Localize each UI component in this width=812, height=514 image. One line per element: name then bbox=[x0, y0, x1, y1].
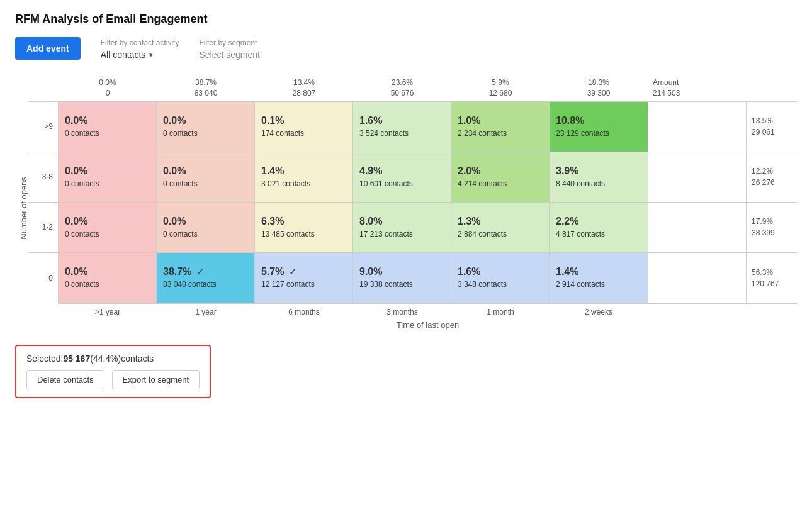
amount-cell: 17.9%38 399 bbox=[747, 203, 797, 253]
delete-contacts-button[interactable]: Delete contacts bbox=[26, 370, 104, 389]
grid-cell[interactable]: 1.0%2 234 contacts bbox=[451, 102, 550, 152]
cell-pct: 4.9% bbox=[359, 165, 444, 177]
grid-cell[interactable]: 2.0%4 214 contacts bbox=[451, 152, 550, 202]
selection-footer: Selected:95 167(44.4%)contacts Delete co… bbox=[15, 345, 211, 398]
cell-contacts: 3 524 contacts bbox=[359, 129, 444, 138]
x-axis-labels: >1 year1 year6 months3 months1 month2 we… bbox=[59, 303, 797, 316]
grid-cell[interactable]: 1.3%2 884 contacts bbox=[451, 203, 550, 252]
cell-pct: 10.8% bbox=[556, 115, 641, 126]
grid-cell[interactable]: 4.9%10 601 contacts bbox=[353, 152, 451, 202]
row-labels: >93-81-20 bbox=[28, 102, 59, 303]
cell-contacts: 13 485 contacts bbox=[261, 230, 346, 238]
grid-cell[interactable]: 2.2%4 817 contacts bbox=[550, 203, 648, 252]
grid-cell[interactable]: 9.0%19 338 contacts bbox=[353, 253, 451, 303]
cell-pct: 1.3% bbox=[458, 216, 543, 227]
grid-cell[interactable]: 0.0%0 contacts bbox=[59, 203, 157, 252]
cell-contacts: 4 817 contacts bbox=[556, 230, 641, 238]
x-axis-cell: 1 year bbox=[157, 304, 255, 316]
cell-contacts: 0 contacts bbox=[65, 230, 150, 238]
filter-segment-select[interactable]: Select segment bbox=[199, 50, 260, 60]
cell-contacts: 0 contacts bbox=[65, 280, 150, 289]
grid-cell[interactable]: 1.6%3 348 contacts bbox=[451, 253, 550, 303]
cell-contacts: 4 214 contacts bbox=[458, 179, 543, 188]
cell-pct: 38.7% ✓ bbox=[163, 266, 248, 277]
col-header: 13.4%28 807 bbox=[255, 77, 353, 101]
cell-contacts: 10 601 contacts bbox=[359, 179, 444, 188]
grid-cell[interactable]: 8.0%17 213 contacts bbox=[353, 203, 451, 252]
grid-cell[interactable]: 1.4%2 914 contacts bbox=[550, 253, 648, 303]
cell-pct: 1.0% bbox=[458, 115, 543, 126]
cell-pct: 0.0% bbox=[65, 165, 150, 177]
grid-cell[interactable]: 1.4%3 021 contacts bbox=[255, 152, 353, 202]
grid-cell[interactable]: 5.7% ✓12 127 contacts bbox=[255, 253, 353, 303]
x-axis-cell: 3 months bbox=[353, 304, 451, 316]
selection-count: 95 167 bbox=[63, 354, 90, 364]
amount-cell: 13.5%29 061 bbox=[747, 102, 797, 152]
filter-segment-label: Filter by segment bbox=[199, 38, 260, 47]
grid-cell[interactable]: 0.0%0 contacts bbox=[59, 102, 157, 152]
cell-contacts: 2 884 contacts bbox=[458, 230, 543, 238]
x-axis-cell: >1 year bbox=[59, 304, 157, 316]
grid-cell[interactable]: 0.0%0 contacts bbox=[59, 152, 157, 202]
x-axis-cell: 2 weeks bbox=[550, 304, 648, 316]
cell-pct: 0.0% bbox=[65, 115, 150, 126]
matrix-wrapper: Number of opens 0.0%038.7%83 04013.4%28 … bbox=[15, 77, 797, 340]
grid-cell[interactable]: 0.1%174 contacts bbox=[255, 102, 353, 152]
grid-cell[interactable]: 6.3%13 485 contacts bbox=[255, 203, 353, 252]
cell-pct: 1.6% bbox=[359, 115, 444, 126]
matrix-inner: 0.0%038.7%83 04013.4%28 80723.6%50 6765.… bbox=[28, 77, 797, 340]
table-row: 0.0%0 contacts0.0%0 contacts1.4%3 021 co… bbox=[59, 152, 746, 203]
col-header: 0.0%0 bbox=[59, 77, 157, 101]
grid-cell[interactable]: 1.6%3 524 contacts bbox=[353, 102, 451, 152]
cell-pct: 5.7% ✓ bbox=[261, 266, 346, 277]
row-label: 3-8 bbox=[28, 152, 58, 203]
filter-contact-label: Filter by contact activity bbox=[101, 38, 179, 47]
export-to-segment-button[interactable]: Export to segment bbox=[112, 370, 200, 389]
chevron-down-icon: ▾ bbox=[149, 51, 153, 59]
add-event-button[interactable]: Add event bbox=[15, 37, 81, 60]
filter-contact-value: All contacts bbox=[101, 50, 146, 60]
grid-cell[interactable]: 3.9%8 440 contacts bbox=[550, 152, 648, 202]
cell-contacts: 3 021 contacts bbox=[261, 179, 346, 188]
filter-contact-group: Filter by contact activity All contacts … bbox=[101, 38, 179, 60]
cell-pct: 3.9% bbox=[556, 165, 641, 177]
grid-cell[interactable]: 0.0%0 contacts bbox=[59, 253, 157, 303]
x-axis-cell: 1 month bbox=[451, 304, 550, 316]
grid-cell[interactable]: 0.0%0 contacts bbox=[157, 102, 255, 152]
page-title: RFM Analysis of Email Engagement bbox=[15, 13, 797, 26]
cell-pct: 0.0% bbox=[163, 115, 248, 126]
grid-cell[interactable]: 0.0%0 contacts bbox=[157, 152, 255, 202]
cell-contacts: 0 contacts bbox=[163, 179, 248, 188]
cell-pct: 6.3% bbox=[261, 216, 346, 227]
cell-contacts: 3 348 contacts bbox=[458, 280, 543, 289]
col-header: 23.6%50 676 bbox=[353, 77, 451, 101]
cell-contacts: 0 contacts bbox=[163, 230, 248, 238]
grid-body: >93-81-20 0.0%0 contacts0.0%0 contacts0.… bbox=[28, 101, 797, 303]
footer-buttons: Delete contacts Export to segment bbox=[26, 370, 200, 389]
cell-pct: 0.1% bbox=[261, 115, 346, 126]
cell-pct: 0.0% bbox=[163, 165, 248, 177]
cell-pct: 2.0% bbox=[458, 165, 543, 177]
y-axis-label: Number of opens bbox=[15, 177, 28, 240]
grid-cell[interactable]: 38.7% ✓83 040 contacts bbox=[157, 253, 255, 303]
col-headers: 0.0%038.7%83 04013.4%28 80723.6%50 6765.… bbox=[59, 77, 648, 101]
amount-column: 13.5%29 06112.2%26 27617.9%38 39956.3%12… bbox=[746, 102, 797, 303]
col-header: 38.7%83 040 bbox=[157, 77, 255, 101]
filter-contact-dropdown[interactable]: All contacts ▾ bbox=[101, 50, 179, 60]
cell-contacts: 12 127 contacts bbox=[261, 280, 346, 289]
col-header: 5.9%12 680 bbox=[451, 77, 550, 101]
table-row: 0.0%0 contacts0.0%0 contacts6.3%13 485 c… bbox=[59, 203, 746, 253]
x-axis-cell: 6 months bbox=[255, 304, 353, 316]
amount-header: Amount 214 503 bbox=[648, 77, 698, 101]
cell-contacts: 19 338 contacts bbox=[359, 280, 444, 289]
cell-pct: 9.0% bbox=[359, 266, 444, 277]
grid-cell[interactable]: 10.8%23 129 contacts bbox=[550, 102, 648, 152]
cell-contacts: 0 contacts bbox=[65, 129, 150, 138]
selection-pct: (44.4%) bbox=[90, 354, 121, 364]
grid-rows: 0.0%0 contacts0.0%0 contacts0.1%174 cont… bbox=[59, 102, 746, 303]
grid-cell[interactable]: 0.0%0 contacts bbox=[157, 203, 255, 252]
row-label: 1-2 bbox=[28, 203, 58, 253]
check-icon: ✓ bbox=[286, 267, 296, 277]
row-label: >9 bbox=[28, 102, 58, 152]
selection-suffix: contacts bbox=[121, 354, 154, 364]
